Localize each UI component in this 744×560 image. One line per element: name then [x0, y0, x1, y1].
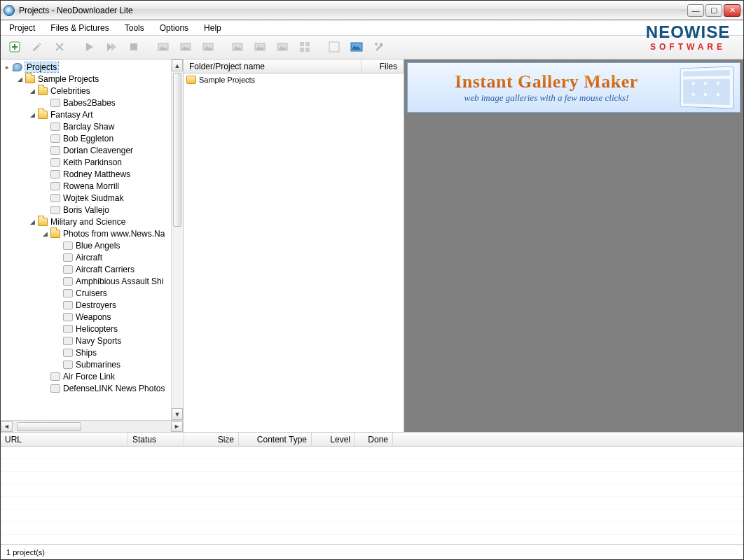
toolbar-stop-button[interactable] — [124, 38, 144, 57]
tree-node-label: Bob Eggleton — [63, 134, 113, 144]
project-item-icon — [63, 337, 73, 345]
scroll-up-icon[interactable]: ▲ — [172, 59, 183, 71]
tree-node[interactable]: Barclay Shaw — [1, 120, 183, 132]
grid-column-done[interactable]: Done — [355, 433, 393, 446]
tree-toggle-spacer — [54, 265, 62, 273]
tree-node[interactable]: Keith Parkinson — [1, 156, 183, 168]
tree-node-label: Rodney Matthews — [63, 169, 130, 179]
toolbar-edit-project-button[interactable] — [27, 38, 47, 57]
tree-node[interactable]: Aircraft Carriers — [1, 263, 183, 275]
tree-node[interactable]: Blue Angels — [1, 239, 183, 251]
maximize-button[interactable]: ▢ — [705, 4, 722, 17]
grid-column-size[interactable]: Size — [184, 433, 239, 446]
toolbar-image-f-button[interactable] — [273, 38, 292, 57]
tree-node[interactable]: DefenseLINK News Photos — [1, 382, 183, 394]
toolbar-settings-button[interactable] — [369, 38, 389, 57]
tree-node[interactable]: Rodney Matthews — [1, 168, 183, 180]
project-tree[interactable]: ▸Projects◢Sample Projects◢CelebritiesBab… — [1, 59, 183, 420]
toolbar-fullscreen-b-button[interactable] — [347, 38, 366, 57]
grid-column-url[interactable]: URL — [1, 433, 128, 446]
column-folder-name[interactable]: Folder/Project name — [184, 59, 361, 73]
grid-column-status[interactable]: Status — [128, 433, 184, 446]
download-grid-header[interactable]: URLStatusSizeContent TypeLevelDone — [1, 433, 743, 447]
scroll-thumb[interactable] — [17, 422, 81, 431]
menu-help[interactable]: Help — [201, 22, 224, 34]
column-files[interactable]: Files — [361, 59, 404, 73]
tree-vertical-scrollbar[interactable]: ▲ ▼ — [171, 59, 183, 420]
tree-node[interactable]: Air Force Link — [1, 370, 183, 382]
tree-node[interactable]: Helicopters — [1, 323, 183, 335]
tree-node[interactable]: Dorian Cleavenger — [1, 144, 183, 156]
close-button[interactable]: ✕ — [724, 4, 740, 17]
toolbar-new-project-button[interactable] — [5, 38, 25, 57]
tree-node[interactable]: ◢Military and Science — [1, 216, 183, 227]
tree-node[interactable]: Bob Eggleton — [1, 132, 183, 144]
tree-collapse-icon[interactable]: ◢ — [29, 87, 36, 94]
tree-node[interactable]: Weapons — [1, 311, 183, 323]
tree-node-label: Amphibious Assault Shi — [76, 276, 163, 286]
tree-collapse-icon[interactable]: ◢ — [16, 75, 24, 83]
tree-node-label: Blue Angels — [76, 241, 120, 251]
tree-node[interactable]: Aircraft — [1, 251, 183, 263]
download-grid-body[interactable] — [1, 447, 743, 544]
tree-node[interactable]: Boris Vallejo — [1, 204, 183, 216]
tree-horizontal-scrollbar[interactable]: ◄ ► — [1, 420, 183, 432]
project-item-icon — [63, 289, 73, 298]
toolbar-fullscreen-a-button[interactable] — [324, 38, 344, 57]
tree-node[interactable]: Wojtek Siudmak — [1, 192, 183, 204]
toolbar-image-b-button[interactable] — [176, 38, 195, 57]
tree-node[interactable]: ◢Photos from www.News.Na — [1, 227, 183, 239]
folder-icon — [38, 111, 48, 119]
folder-list-row[interactable]: Sample Projects — [184, 74, 404, 86]
toolbar-image-a-button[interactable] — [153, 38, 173, 57]
tree-node[interactable]: Ships — [1, 346, 183, 358]
menu-project[interactable]: Project — [6, 22, 38, 34]
tree-collapse-icon[interactable]: ◢ — [41, 230, 49, 237]
tree-node[interactable]: ◢Fantasy Art — [1, 108, 183, 120]
menu-tools[interactable]: Tools — [122, 22, 147, 34]
tree-collapse-icon[interactable]: ▸ — [4, 63, 11, 71]
tree-collapse-icon[interactable]: ◢ — [29, 218, 36, 225]
toolbar-grid-view-button[interactable] — [295, 38, 315, 57]
folder-list-header[interactable]: Folder/Project name Files — [184, 59, 404, 74]
menu-files-pictures[interactable]: Files & Pictures — [48, 22, 111, 34]
app-icon — [4, 5, 15, 16]
toolbar-image-e-button[interactable] — [250, 38, 270, 57]
toolbar-image-c-button[interactable] — [198, 38, 218, 57]
toolbar-play-button[interactable] — [79, 38, 99, 57]
tree-node[interactable]: Navy Sports — [1, 335, 183, 346]
menu-options[interactable]: Options — [157, 22, 191, 34]
scroll-left-icon[interactable]: ◄ — [1, 421, 13, 432]
tree-node[interactable]: Submarines — [1, 358, 183, 370]
folder-list-body[interactable]: Sample Projects — [184, 74, 404, 432]
tree-node[interactable]: Amphibious Assault Shi — [1, 275, 183, 287]
minimize-button[interactable]: — — [687, 4, 704, 17]
tree-node-label: Ships — [76, 348, 97, 358]
ad-thumbnail-icon — [680, 66, 733, 108]
tree-toggle-spacer — [54, 301, 62, 309]
project-item-icon — [50, 194, 60, 202]
tree-node-label: Keith Parkinson — [63, 158, 122, 167]
tree-node[interactable]: Babes2Babes — [1, 97, 183, 108]
grid-column-content-type[interactable]: Content Type — [239, 433, 312, 446]
grid-column-level[interactable]: Level — [312, 433, 355, 446]
folder-icon — [38, 218, 48, 226]
scroll-thumb[interactable] — [173, 73, 181, 227]
scroll-right-icon[interactable]: ► — [171, 421, 183, 432]
tree-toggle-spacer — [41, 134, 49, 142]
toolbar-play-all-button[interactable] — [102, 38, 121, 57]
tree-node-label: Barclay Shaw — [63, 122, 114, 132]
tree-node[interactable]: Rowena Morrill — [1, 180, 183, 192]
toolbar-image-d-button[interactable] — [228, 38, 247, 57]
ad-banner[interactable]: Instant Gallery Maker web image gallerie… — [407, 62, 740, 113]
tree-node[interactable]: ◢Sample Projects — [1, 73, 183, 85]
tree-node-label: Babes2Babes — [63, 98, 116, 108]
scroll-down-icon[interactable]: ▼ — [172, 408, 183, 420]
titlebar: Projects - NeoDownloader Lite — ▢ ✕ — [1, 1, 743, 20]
tree-node[interactable]: ▸Projects — [1, 61, 183, 73]
toolbar-delete-project-button[interactable] — [50, 38, 69, 57]
tree-node[interactable]: Destroyers — [1, 299, 183, 311]
tree-node[interactable]: Cruisers — [1, 287, 183, 299]
tree-collapse-icon[interactable]: ◢ — [29, 111, 36, 118]
tree-node[interactable]: ◢Celebrities — [1, 85, 183, 97]
